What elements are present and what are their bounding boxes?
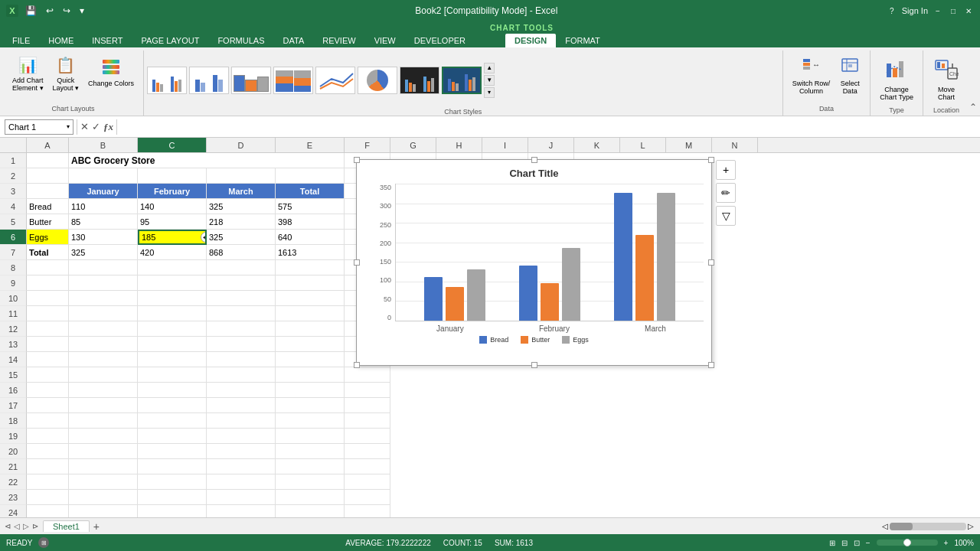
cell-e19[interactable] xyxy=(276,429,345,444)
cell-b11[interactable] xyxy=(69,306,138,321)
row-16[interactable]: 16 xyxy=(0,383,27,398)
cell-a23[interactable] xyxy=(27,490,69,505)
cell-e16[interactable] xyxy=(276,383,345,398)
row-7[interactable]: 7 xyxy=(0,245,27,260)
cell-a2[interactable] xyxy=(27,168,69,184)
cell-a22[interactable] xyxy=(27,474,69,490)
row-1[interactable]: 1 xyxy=(0,153,27,168)
cell-c18[interactable] xyxy=(138,413,207,429)
cell-e6[interactable]: 640 xyxy=(276,230,345,245)
cell-e2[interactable] xyxy=(276,168,345,184)
cell-a4[interactable]: Bread xyxy=(27,199,69,214)
cell-f22[interactable] xyxy=(345,474,390,490)
cell-c21[interactable] xyxy=(138,459,207,474)
cell-d13[interactable] xyxy=(207,337,276,352)
cell-c14[interactable] xyxy=(138,352,207,367)
chart-add-element-btn[interactable]: + xyxy=(716,160,736,180)
cell-f18[interactable] xyxy=(345,413,390,429)
cell-a12[interactable] xyxy=(27,321,69,337)
cell-f15[interactable] xyxy=(345,367,390,383)
col-header-g[interactable]: G xyxy=(390,138,436,152)
col-header-j[interactable]: J xyxy=(528,138,574,152)
cell-e11[interactable] xyxy=(276,306,345,321)
cell-b19[interactable] xyxy=(69,429,138,444)
chart-style-3[interactable] xyxy=(231,67,271,94)
cell-c17[interactable] xyxy=(138,398,207,413)
cell-f20[interactable] xyxy=(345,444,390,459)
chart-style-1[interactable] xyxy=(147,67,187,94)
cell-a7[interactable]: Total xyxy=(27,245,69,260)
cell-c8[interactable] xyxy=(138,260,207,276)
view-normal-btn[interactable]: ⊞ xyxy=(829,539,835,547)
chart-style-8[interactable] xyxy=(442,67,482,94)
tab-home[interactable]: HOME xyxy=(39,34,83,47)
cell-e18[interactable] xyxy=(276,413,345,429)
customize-qat-btn[interactable]: ▾ xyxy=(77,5,87,17)
tab-page-layout[interactable]: PAGE LAYOUT xyxy=(132,34,208,47)
quick-layout-btn[interactable]: 📋 QuickLayout ▾ xyxy=(50,54,83,94)
scroll-left-btn[interactable]: ◁ xyxy=(882,522,888,530)
confirm-formula-btn[interactable]: ✓ xyxy=(92,121,100,132)
cell-a13[interactable] xyxy=(27,337,69,352)
cell-c20[interactable] xyxy=(138,444,207,459)
sheet-next-btn[interactable]: ▷ xyxy=(23,522,29,530)
cell-a20[interactable] xyxy=(27,444,69,459)
add-chart-element-btn[interactable]: 📊 Add ChartElement ▾ xyxy=(9,54,47,94)
cell-a9[interactable] xyxy=(27,276,69,291)
cell-e13[interactable] xyxy=(276,337,345,352)
col-header-d[interactable]: D xyxy=(207,138,276,152)
cell-d11[interactable] xyxy=(207,306,276,321)
zoom-out-btn[interactable]: − xyxy=(866,539,871,547)
cell-c16[interactable] xyxy=(138,383,207,398)
chart-style-btn[interactable]: ✏ xyxy=(716,183,736,203)
help-btn[interactable]: ? xyxy=(887,5,897,16)
cell-c19[interactable] xyxy=(138,429,207,444)
cell-e12[interactable] xyxy=(276,321,345,337)
row-23[interactable]: 23 xyxy=(0,490,27,505)
cell-a18[interactable] xyxy=(27,413,69,429)
cell-b1[interactable]: ABC Grocery Store xyxy=(69,153,345,168)
col-header-f[interactable]: F xyxy=(345,138,390,152)
row-3[interactable]: 3 xyxy=(0,184,27,199)
redo-qat-btn[interactable]: ↪ xyxy=(60,5,73,17)
tab-design[interactable]: DESIGN xyxy=(505,34,556,47)
row-13[interactable]: 13 xyxy=(0,337,27,352)
cell-a19[interactable] xyxy=(27,429,69,444)
cell-move-handle[interactable]: ✥ xyxy=(201,232,207,243)
cancel-formula-btn[interactable]: ✕ xyxy=(80,121,89,132)
row-15[interactable]: 15 xyxy=(0,367,27,383)
cell-d3[interactable]: March xyxy=(207,184,276,199)
cell-a1[interactable] xyxy=(27,153,69,168)
tab-view[interactable]: VIEW xyxy=(365,34,405,47)
view-layout-btn[interactable]: ⊟ xyxy=(841,539,848,547)
cell-d12[interactable] xyxy=(207,321,276,337)
scroll-right-btn[interactable]: ▷ xyxy=(968,522,974,530)
row-2[interactable]: 2 xyxy=(0,168,27,184)
close-btn[interactable]: ✕ xyxy=(963,5,974,16)
cell-b18[interactable] xyxy=(69,413,138,429)
cell-d19[interactable] xyxy=(207,429,276,444)
cell-b8[interactable] xyxy=(69,260,138,276)
switch-row-col-btn[interactable]: ↔ Switch Row/Column xyxy=(789,54,834,97)
add-sheet-btn[interactable]: + xyxy=(90,520,103,533)
cell-a5[interactable]: Butter xyxy=(27,214,69,230)
row-21[interactable]: 21 xyxy=(0,459,27,474)
cell-e22[interactable] xyxy=(276,474,345,490)
tab-formulas[interactable]: FORMULAS xyxy=(208,34,273,47)
cell-d21[interactable] xyxy=(207,459,276,474)
change-chart-type-btn[interactable]: ChangeChart Type xyxy=(877,54,916,103)
cell-d4[interactable]: 325 xyxy=(207,199,276,214)
row-9[interactable]: 9 xyxy=(0,276,27,291)
col-header-e[interactable]: E xyxy=(276,138,345,152)
sheet-last-btn[interactable]: ⊳ xyxy=(32,522,38,530)
select-data-btn[interactable]: SelectData xyxy=(836,54,864,97)
sign-in-btn[interactable]: Sign In xyxy=(902,6,928,15)
cell-c4[interactable]: 140 xyxy=(138,199,207,214)
cell-b17[interactable] xyxy=(69,398,138,413)
cell-f16[interactable] xyxy=(345,383,390,398)
sheet-first-btn[interactable]: ⊲ xyxy=(5,522,11,530)
cell-e15[interactable] xyxy=(276,367,345,383)
cell-e21[interactable] xyxy=(276,459,345,474)
row-22[interactable]: 22 xyxy=(0,474,27,490)
minimize-btn[interactable]: − xyxy=(933,5,943,16)
